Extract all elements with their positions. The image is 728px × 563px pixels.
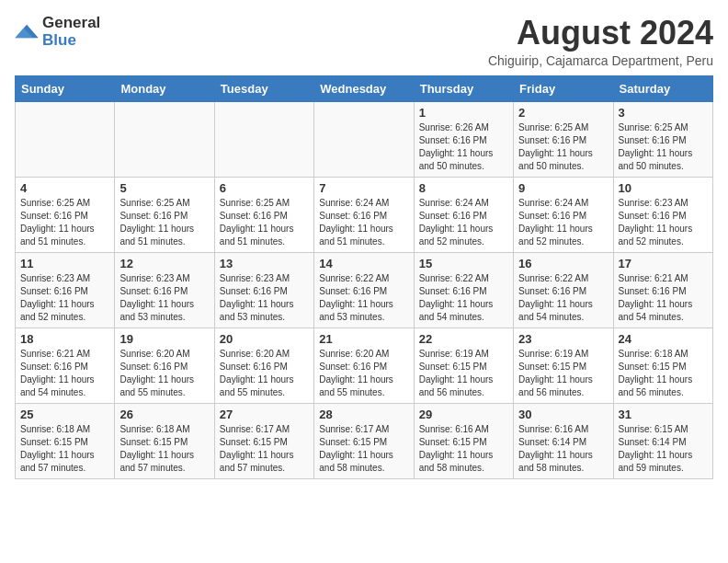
day-info: Sunrise: 6:24 AM Sunset: 6:16 PM Dayligh… (319, 197, 408, 248)
day-number: 11 (20, 257, 109, 270)
day-info: Sunrise: 6:19 AM Sunset: 6:15 PM Dayligh… (419, 348, 508, 399)
day-info: Sunrise: 6:20 AM Sunset: 6:16 PM Dayligh… (220, 348, 309, 399)
day-number: 27 (220, 408, 309, 421)
day-number: 10 (619, 181, 708, 195)
day-info: Sunrise: 6:20 AM Sunset: 6:16 PM Dayligh… (119, 348, 209, 399)
day-number: 24 (619, 332, 708, 346)
day-number: 25 (20, 408, 109, 421)
calendar-cell: 17 Sunrise: 6:21 AM Sunset: 6:16 PM Dayl… (613, 252, 712, 327)
day-number: 8 (419, 181, 508, 195)
logo-general: General (42, 15, 100, 32)
day-info: Sunrise: 6:25 AM Sunset: 6:16 PM Dayligh… (20, 197, 109, 248)
day-info: Sunrise: 6:25 AM Sunset: 6:16 PM Dayligh… (220, 197, 309, 248)
weekday-header: Tuesday (214, 75, 313, 101)
calendar-cell (314, 101, 414, 177)
calendar-cell: 29 Sunrise: 6:16 AM Sunset: 6:15 PM Dayl… (414, 403, 513, 478)
day-info: Sunrise: 6:22 AM Sunset: 6:16 PM Dayligh… (419, 272, 508, 324)
day-info: Sunrise: 6:21 AM Sunset: 6:16 PM Dayligh… (619, 272, 708, 324)
day-number: 6 (220, 181, 309, 195)
calendar-cell: 9 Sunrise: 6:24 AM Sunset: 6:16 PM Dayli… (514, 177, 613, 252)
day-number: 28 (319, 408, 408, 421)
day-info: Sunrise: 6:25 AM Sunset: 6:16 PM Dayligh… (518, 121, 608, 173)
day-number: 15 (419, 257, 508, 270)
calendar-cell: 21 Sunrise: 6:20 AM Sunset: 6:16 PM Dayl… (314, 327, 414, 403)
location-title: Chiguirip, Cajamarca Department, Peru (488, 53, 713, 68)
day-number: 20 (220, 332, 309, 346)
weekday-header: Friday (514, 75, 613, 101)
day-info: Sunrise: 6:16 AM Sunset: 6:14 PM Dayligh… (518, 423, 608, 475)
logo-blue: Blue (42, 32, 100, 50)
weekday-header: Sunday (16, 75, 115, 101)
calendar-cell: 16 Sunrise: 6:22 AM Sunset: 6:16 PM Dayl… (514, 252, 613, 327)
day-number: 31 (619, 408, 708, 421)
title-block: August 2024 Chiguirip, Cajamarca Departm… (488, 15, 713, 68)
day-info: Sunrise: 6:17 AM Sunset: 6:15 PM Dayligh… (220, 423, 309, 475)
weekday-header: Thursday (414, 75, 513, 101)
day-number: 30 (518, 408, 608, 421)
day-number: 7 (319, 181, 408, 195)
weekday-header: Wednesday (314, 75, 414, 101)
calendar-header-row: SundayMondayTuesdayWednesdayThursdayFrid… (16, 75, 713, 101)
calendar-cell: 2 Sunrise: 6:25 AM Sunset: 6:16 PM Dayli… (514, 101, 613, 177)
day-info: Sunrise: 6:22 AM Sunset: 6:16 PM Dayligh… (319, 272, 408, 324)
day-number: 16 (518, 257, 608, 270)
day-info: Sunrise: 6:25 AM Sunset: 6:16 PM Dayligh… (119, 197, 209, 248)
calendar-cell: 10 Sunrise: 6:23 AM Sunset: 6:16 PM Dayl… (613, 177, 712, 252)
calendar-cell: 4 Sunrise: 6:25 AM Sunset: 6:16 PM Dayli… (16, 177, 115, 252)
calendar-cell: 19 Sunrise: 6:20 AM Sunset: 6:16 PM Dayl… (115, 327, 214, 403)
day-number: 26 (119, 408, 209, 421)
day-info: Sunrise: 6:23 AM Sunset: 6:16 PM Dayligh… (619, 197, 708, 248)
day-number: 22 (419, 332, 508, 346)
day-info: Sunrise: 6:18 AM Sunset: 6:15 PM Dayligh… (119, 423, 209, 475)
calendar-cell: 8 Sunrise: 6:24 AM Sunset: 6:16 PM Dayli… (414, 177, 513, 252)
logo: General Blue (15, 15, 100, 49)
calendar-week-row: 25 Sunrise: 6:18 AM Sunset: 6:15 PM Dayl… (16, 403, 713, 478)
calendar-cell: 25 Sunrise: 6:18 AM Sunset: 6:15 PM Dayl… (16, 403, 115, 478)
day-info: Sunrise: 6:24 AM Sunset: 6:16 PM Dayligh… (518, 197, 608, 248)
calendar-cell: 22 Sunrise: 6:19 AM Sunset: 6:15 PM Dayl… (414, 327, 513, 403)
day-info: Sunrise: 6:25 AM Sunset: 6:16 PM Dayligh… (619, 121, 708, 173)
day-info: Sunrise: 6:18 AM Sunset: 6:15 PM Dayligh… (20, 423, 109, 475)
day-info: Sunrise: 6:22 AM Sunset: 6:16 PM Dayligh… (518, 272, 608, 324)
calendar-cell: 28 Sunrise: 6:17 AM Sunset: 6:15 PM Dayl… (314, 403, 414, 478)
calendar-cell: 6 Sunrise: 6:25 AM Sunset: 6:16 PM Dayli… (214, 177, 313, 252)
calendar-cell: 24 Sunrise: 6:18 AM Sunset: 6:15 PM Dayl… (613, 327, 712, 403)
day-info: Sunrise: 6:17 AM Sunset: 6:15 PM Dayligh… (319, 423, 408, 475)
day-info: Sunrise: 6:23 AM Sunset: 6:16 PM Dayligh… (220, 272, 309, 324)
day-number: 17 (619, 257, 708, 270)
day-number: 5 (119, 181, 209, 195)
day-number: 3 (619, 106, 708, 120)
calendar-cell: 26 Sunrise: 6:18 AM Sunset: 6:15 PM Dayl… (115, 403, 214, 478)
calendar-cell: 11 Sunrise: 6:23 AM Sunset: 6:16 PM Dayl… (16, 252, 115, 327)
calendar-week-row: 1 Sunrise: 6:26 AM Sunset: 6:16 PM Dayli… (16, 101, 713, 177)
calendar-cell: 13 Sunrise: 6:23 AM Sunset: 6:16 PM Dayl… (214, 252, 313, 327)
day-info: Sunrise: 6:16 AM Sunset: 6:15 PM Dayligh… (419, 423, 508, 475)
calendar-table: SundayMondayTuesdayWednesdayThursdayFrid… (15, 75, 713, 479)
logo-icon (15, 23, 40, 41)
day-info: Sunrise: 6:24 AM Sunset: 6:16 PM Dayligh… (419, 197, 508, 248)
calendar-week-row: 4 Sunrise: 6:25 AM Sunset: 6:16 PM Dayli… (16, 177, 713, 252)
calendar-week-row: 18 Sunrise: 6:21 AM Sunset: 6:16 PM Dayl… (16, 327, 713, 403)
day-number: 21 (319, 332, 408, 346)
day-number: 29 (419, 408, 508, 421)
day-info: Sunrise: 6:18 AM Sunset: 6:15 PM Dayligh… (619, 348, 708, 399)
day-info: Sunrise: 6:19 AM Sunset: 6:15 PM Dayligh… (518, 348, 608, 399)
day-number: 14 (319, 257, 408, 270)
calendar-cell: 3 Sunrise: 6:25 AM Sunset: 6:16 PM Dayli… (613, 101, 712, 177)
weekday-header: Monday (115, 75, 214, 101)
day-number: 4 (20, 181, 109, 195)
day-number: 1 (419, 106, 508, 120)
day-number: 9 (518, 181, 608, 195)
day-info: Sunrise: 6:20 AM Sunset: 6:16 PM Dayligh… (319, 348, 408, 399)
calendar-cell: 18 Sunrise: 6:21 AM Sunset: 6:16 PM Dayl… (16, 327, 115, 403)
day-number: 23 (518, 332, 608, 346)
day-number: 2 (518, 106, 608, 120)
month-title: August 2024 (488, 15, 713, 52)
weekday-header: Saturday (613, 75, 712, 101)
day-number: 13 (220, 257, 309, 270)
calendar-cell: 12 Sunrise: 6:23 AM Sunset: 6:16 PM Dayl… (115, 252, 214, 327)
day-info: Sunrise: 6:15 AM Sunset: 6:14 PM Dayligh… (619, 423, 708, 475)
day-number: 18 (20, 332, 109, 346)
day-info: Sunrise: 6:26 AM Sunset: 6:16 PM Dayligh… (419, 121, 508, 173)
day-info: Sunrise: 6:23 AM Sunset: 6:16 PM Dayligh… (119, 272, 209, 324)
